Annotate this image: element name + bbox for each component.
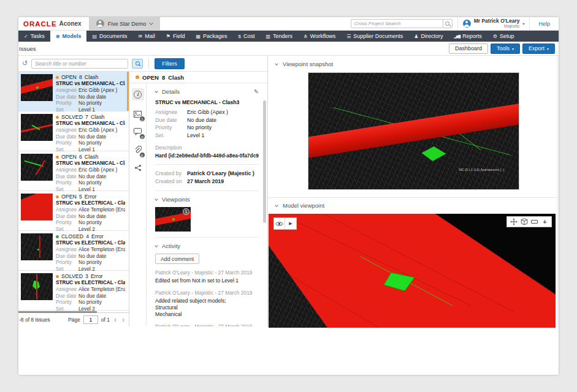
user-name: Mr Patrick O'Leary	[474, 18, 520, 24]
search-icon	[445, 21, 449, 26]
people-icon: ♟	[414, 34, 418, 39]
activity-section-header[interactable]: Activity	[155, 243, 259, 249]
visibility-button[interactable]	[274, 218, 285, 229]
issue-thumbnail	[21, 273, 53, 300]
gear-icon: ⚙	[493, 34, 497, 39]
issue-card[interactable]: OPEN6Clash STRUC vs MECHANICAL - Clash1 …	[18, 151, 129, 191]
info-icon: i	[134, 91, 142, 99]
project-selector[interactable]: Five Star Demo	[89, 17, 161, 30]
related-models-tab[interactable]	[134, 164, 142, 172]
edit-icon[interactable]: ✎	[254, 88, 259, 95]
issue-card[interactable]: OPEN8Clash STRUC vs MECHANICAL - Clash3 …	[18, 72, 129, 111]
page-label: Page	[68, 317, 80, 323]
section-view-button[interactable]	[529, 217, 540, 227]
prev-page-icon[interactable]: ‹	[113, 317, 118, 323]
viewpoints-count-badge: 1	[139, 116, 145, 122]
tab-setup[interactable]: ⚙Setup	[487, 31, 520, 42]
tools-button[interactable]: Tools▾	[491, 43, 520, 54]
tab-tasks[interactable]: ✓Tasks	[18, 31, 50, 42]
result-count: -8 of 8 issues	[19, 317, 50, 323]
tab-label: Workflows	[310, 33, 335, 39]
eye-icon	[275, 221, 283, 227]
comments-tab[interactable]: 0	[134, 128, 142, 135]
issue-search-input[interactable]	[31, 59, 128, 69]
project-avatar-icon	[96, 20, 104, 28]
zoom-in-button[interactable]: +	[540, 217, 550, 227]
search-button[interactable]	[443, 19, 453, 28]
pan-button[interactable]	[508, 217, 519, 227]
main-nav: ✓Tasks ⊕Models ▤Documents ✉Mail ⚑Field ▦…	[18, 31, 559, 42]
caret-down-icon: ▾	[522, 21, 524, 26]
model-viewer[interactable]: ▶ +	[269, 214, 556, 328]
tab-supplier-documents[interactable]: ☰Supplier Documents	[341, 31, 408, 42]
viewpoint-thumbnail[interactable]: 1	[155, 207, 191, 232]
tab-cost[interactable]: $Cost	[233, 31, 261, 42]
tab-label: Documents	[99, 33, 128, 39]
divider	[155, 164, 259, 165]
issue-title: STRUC vs ELECTRICAL - Clash2	[56, 280, 125, 286]
activity-text: Edited set from Not in set to Level 1	[155, 277, 259, 284]
expand-toolbar-button[interactable]: ▶	[285, 218, 296, 229]
model-reference-label: MC-Zl-L1 (L3) Apartamento [..]	[459, 168, 505, 172]
tab-packages[interactable]: ▦Packages	[190, 31, 232, 42]
viewpoints-tab[interactable]: 1	[134, 111, 142, 118]
add-comment-button[interactable]: Add comment	[155, 254, 199, 264]
page-actions: Dashboard Tools▾ Export▾	[449, 43, 555, 54]
refresh-icon[interactable]: ↺	[22, 60, 28, 67]
filters-button[interactable]: Filters	[155, 58, 185, 69]
model-section-header[interactable]: Model viewpoint	[268, 202, 559, 209]
tab-label: Setup	[500, 33, 514, 39]
tab-tenders[interactable]: ▥Tenders	[261, 31, 299, 42]
viewpoints-section-header[interactable]: Viewpoints	[155, 196, 259, 203]
tab-workflows[interactable]: ⋔Workflows	[298, 31, 341, 42]
export-button[interactable]: Export▾	[522, 43, 555, 54]
activity-text: Added related subject models; Structural…	[155, 298, 259, 318]
rectangle-icon	[531, 220, 538, 224]
next-page-icon[interactable]: ›	[121, 317, 126, 323]
issue-number: 8	[79, 74, 82, 81]
columns-icon: ☰	[346, 34, 351, 39]
description-label: Description	[155, 145, 259, 151]
plus-icon: +	[543, 218, 546, 225]
issue-card[interactable]: SOLVED3Error STRUC vs ELECTRICAL - Clash…	[18, 271, 129, 311]
tab-label: Tasks	[31, 33, 45, 39]
cross-project-search-input[interactable]	[351, 19, 443, 28]
attachments-count-badge: 0	[139, 152, 145, 158]
issue-search-button[interactable]	[132, 59, 143, 69]
user-org: Majestic	[474, 24, 520, 29]
activity-entry: Patrick O'Leary - Majestic - 27 March 20…	[155, 290, 259, 318]
tab-reports[interactable]: ▂▅▇Reports	[449, 31, 487, 42]
page-total: of 1	[101, 317, 110, 323]
tab-label: Packages	[203, 33, 227, 39]
snapshot-section-header[interactable]: Viewpoint snapshot	[268, 61, 559, 67]
created-by: Patrick O'Leary (Majestic )	[187, 170, 254, 178]
orbit-button[interactable]	[519, 217, 529, 227]
page-number-input[interactable]	[83, 315, 98, 324]
tab-mail[interactable]: ✉Mail	[133, 31, 161, 42]
issue-card[interactable]: CLOSED4Error STRUC vs ELECTRICAL - Clash…	[18, 231, 129, 271]
detail-set: Level 1	[187, 132, 204, 140]
issue-card[interactable]: SOLVED7Clash STRUC vs MECHANICAL - Clash…	[18, 111, 129, 151]
list-toolbar: ↺ Filters	[18, 56, 267, 72]
scrollbar[interactable]	[557, 56, 559, 326]
detail-number: 8	[162, 74, 165, 81]
scrollbar[interactable]	[263, 100, 266, 223]
info-tab[interactable]: i	[132, 88, 144, 100]
attachments-tab[interactable]: 0	[134, 146, 142, 154]
issue-title: STRUC vs ELECTRICAL - Clash3	[56, 240, 125, 246]
tab-models[interactable]: ⊕Models	[50, 31, 87, 42]
tab-documents[interactable]: ▤Documents	[86, 31, 132, 42]
page-header: Issues Dashboard Tools▾ Export▾	[18, 42, 559, 55]
dashboard-button[interactable]: Dashboard	[449, 43, 488, 54]
issue-title: STRUC vs ELECTRICAL - Clash4	[56, 200, 125, 206]
app-window: ORACLE Aconex Five Star Demo Mr Patrick …	[18, 17, 559, 375]
user-menu[interactable]: Mr Patrick O'Leary Majestic ▾	[457, 17, 530, 30]
help-link[interactable]: Help	[529, 17, 559, 30]
issue-card[interactable]: OPEN5Error STRUC vs ELECTRICAL - Clash4 …	[18, 191, 129, 231]
tab-directory[interactable]: ♟Directory	[408, 31, 448, 42]
details-section-header[interactable]: Details ✎	[155, 88, 259, 95]
search-icon	[136, 61, 140, 66]
chevron-down-icon	[275, 203, 278, 207]
activity-entry: Patrick O'Leary - Majestic - 27 March 20…	[155, 323, 259, 326]
tab-field[interactable]: ⚑Field	[161, 31, 191, 42]
